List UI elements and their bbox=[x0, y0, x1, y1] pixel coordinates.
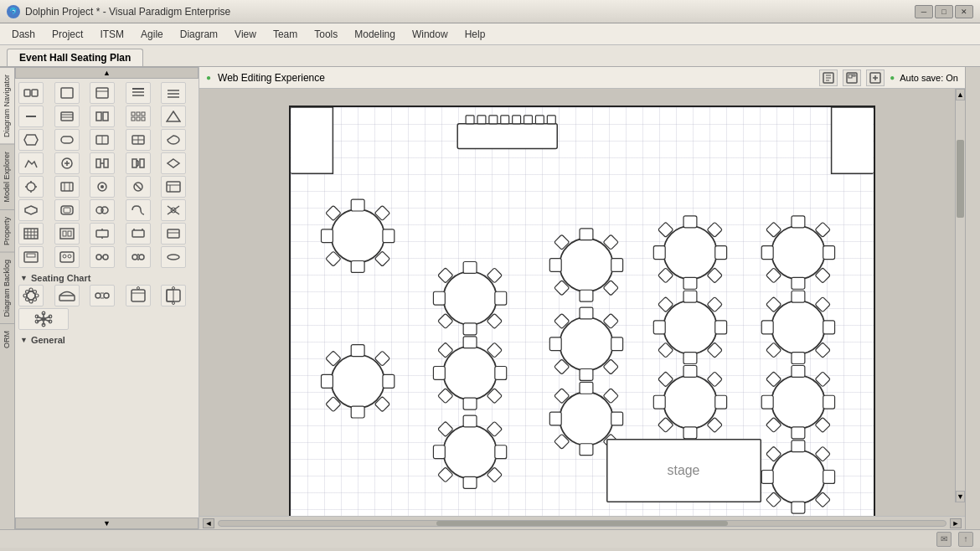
tool-icon-15[interactable] bbox=[161, 129, 186, 151]
tool-icon-30[interactable] bbox=[161, 199, 186, 221]
tool-icon-6[interactable] bbox=[18, 106, 44, 127]
svg-rect-83 bbox=[63, 255, 66, 258]
maximize-button[interactable]: □ bbox=[935, 5, 953, 18]
svg-rect-219 bbox=[715, 246, 727, 260]
menu-help[interactable]: Help bbox=[456, 27, 494, 42]
svg-rect-163 bbox=[495, 367, 507, 380]
seating-tool-2[interactable] bbox=[54, 285, 80, 306]
tool-icon-5[interactable] bbox=[161, 82, 186, 104]
svg-point-186 bbox=[560, 239, 612, 291]
menu-project[interactable]: Project bbox=[44, 27, 91, 42]
tool-icon-34[interactable] bbox=[126, 223, 151, 245]
vtab-diagram-backlog[interactable]: Diagram Backlog bbox=[0, 252, 14, 324]
tool-icon-16[interactable] bbox=[18, 152, 44, 174]
tool-icon-10[interactable] bbox=[161, 106, 186, 127]
tool-scroll-down[interactable]: ▼ bbox=[15, 518, 199, 529]
seating-tool-3[interactable] bbox=[90, 285, 115, 306]
svg-rect-181 bbox=[495, 445, 507, 459]
svg-point-92 bbox=[168, 255, 179, 260]
svg-point-85 bbox=[96, 255, 101, 260]
svg-marker-57 bbox=[25, 206, 37, 214]
canvas-vscroll[interactable]: ▲ ▼ bbox=[955, 89, 965, 502]
minimize-button[interactable]: ─ bbox=[915, 5, 933, 18]
svg-point-195 bbox=[560, 317, 612, 370]
status-mail-icon[interactable]: ✉ bbox=[936, 532, 952, 547]
vtab-property[interactable]: Property bbox=[0, 209, 14, 252]
svg-marker-23 bbox=[167, 111, 180, 121]
tool-icon-32[interactable] bbox=[54, 223, 80, 245]
diagram-canvas[interactable]: stage bbox=[289, 106, 875, 516]
toolbar-btn-3[interactable] bbox=[866, 70, 885, 86]
vtab-diagram-navigator[interactable]: Diagram Navigator bbox=[0, 67, 14, 144]
tool-icon-12[interactable] bbox=[54, 129, 80, 151]
seating-tool-5[interactable] bbox=[161, 285, 186, 306]
seating-tool-4[interactable] bbox=[126, 285, 151, 306]
tool-icon-29[interactable] bbox=[126, 199, 151, 221]
menu-tools[interactable]: Tools bbox=[306, 27, 346, 42]
tool-icon-2[interactable] bbox=[54, 82, 80, 104]
close-button[interactable]: ✕ bbox=[955, 5, 973, 18]
tool-icon-4[interactable] bbox=[126, 82, 151, 104]
menu-view[interactable]: View bbox=[226, 27, 265, 42]
tool-icon-11[interactable] bbox=[18, 129, 44, 151]
tool-icon-7[interactable] bbox=[54, 106, 80, 127]
tool-icon-33[interactable] bbox=[90, 223, 115, 245]
tab-event-seating[interactable]: Event Hall Seating Plan bbox=[7, 49, 143, 66]
tool-icon-27[interactable] bbox=[54, 199, 80, 221]
vscroll-up-arrow[interactable]: ▲ bbox=[956, 89, 965, 100]
tool-icon-9[interactable] bbox=[126, 106, 151, 127]
section-seating-chart[interactable]: ▼ Seating Chart bbox=[18, 270, 195, 285]
tool-icon-36[interactable] bbox=[18, 246, 44, 268]
menu-window[interactable]: Window bbox=[404, 27, 456, 42]
tool-icon-31[interactable] bbox=[18, 223, 44, 245]
menu-modeling[interactable]: Modeling bbox=[346, 27, 404, 42]
seating-tool-1[interactable] bbox=[18, 285, 44, 306]
tool-scroll-up[interactable]: ▲ bbox=[15, 67, 199, 79]
tool-icon-35[interactable] bbox=[161, 223, 186, 245]
vtab-orm[interactable]: ORM bbox=[0, 323, 14, 355]
tool-icon-40[interactable] bbox=[161, 246, 186, 268]
menu-itsm[interactable]: ITSM bbox=[91, 27, 132, 42]
tool-icon-21[interactable] bbox=[18, 176, 44, 198]
tool-icon-25[interactable] bbox=[161, 176, 186, 198]
svg-rect-34 bbox=[96, 159, 101, 167]
menu-agile[interactable]: Agile bbox=[132, 27, 172, 42]
tool-icon-19[interactable] bbox=[126, 152, 151, 174]
canvas-scroll-area[interactable]: stage bbox=[199, 89, 965, 516]
svg-rect-245 bbox=[761, 246, 773, 260]
tool-icon-1[interactable] bbox=[18, 82, 44, 104]
tool-icon-38[interactable] bbox=[90, 246, 115, 268]
toolbar-btn-1[interactable] bbox=[819, 70, 838, 86]
tool-icon-37[interactable] bbox=[54, 246, 80, 268]
window-controls[interactable]: ─ □ ✕ bbox=[915, 5, 973, 18]
vscroll-down-arrow[interactable]: ▼ bbox=[956, 491, 965, 502]
tool-icon-24[interactable] bbox=[126, 176, 151, 198]
svg-point-107 bbox=[137, 287, 139, 290]
toolbar-btn-2[interactable] bbox=[843, 70, 861, 86]
tool-icon-22[interactable] bbox=[54, 176, 80, 198]
tool-icon-14[interactable] bbox=[126, 129, 151, 151]
tool-icon-3[interactable] bbox=[90, 82, 115, 104]
tool-icon-18[interactable] bbox=[90, 152, 115, 174]
tool-icon-39[interactable] bbox=[126, 246, 151, 268]
tool-icon-28[interactable] bbox=[90, 199, 115, 221]
tool-icon-17[interactable] bbox=[54, 152, 80, 174]
tool-icon-8[interactable] bbox=[90, 106, 115, 127]
section-general[interactable]: ▼ General bbox=[18, 332, 195, 347]
seating-tool-flower[interactable] bbox=[18, 308, 69, 330]
tool-icon-23[interactable] bbox=[90, 176, 115, 198]
svg-rect-199 bbox=[611, 337, 623, 351]
menu-diagram[interactable]: Diagram bbox=[172, 27, 226, 42]
svg-rect-255 bbox=[823, 321, 835, 334]
vtab-model-explorer[interactable]: Model Explorer bbox=[0, 144, 14, 209]
tool-icon-20[interactable] bbox=[161, 152, 186, 174]
status-upload-icon[interactable]: ↑ bbox=[958, 532, 973, 547]
menu-team[interactable]: Team bbox=[265, 27, 306, 42]
hscroll-left-arrow[interactable]: ◄ bbox=[203, 518, 214, 528]
svg-rect-235 bbox=[683, 427, 697, 439]
hscroll-right-arrow[interactable]: ► bbox=[950, 518, 962, 528]
tool-icon-26[interactable] bbox=[18, 199, 44, 221]
tool-icon-13[interactable] bbox=[90, 129, 115, 151]
menu-dash[interactable]: Dash bbox=[3, 27, 44, 42]
section-label-seating: Seating Chart bbox=[31, 273, 91, 283]
